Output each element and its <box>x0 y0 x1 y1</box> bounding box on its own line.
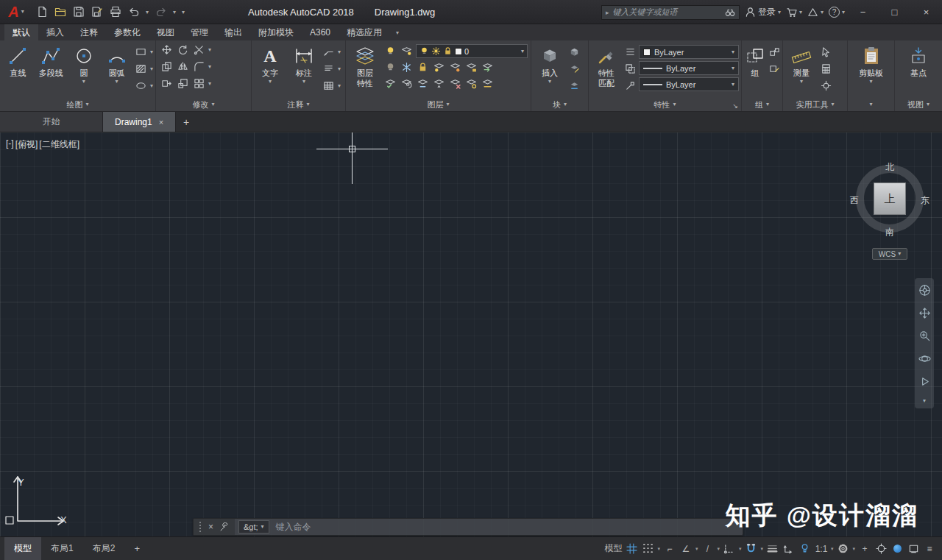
ribbon-tab-output[interactable]: 输出 <box>216 24 250 40</box>
layer-state-button[interactable] <box>383 44 397 58</box>
property-paint-button[interactable] <box>623 79 637 93</box>
transparency-button[interactable] <box>623 62 637 76</box>
move-button[interactable] <box>160 43 174 57</box>
layer-thaw-all-button[interactable] <box>448 60 462 74</box>
flyout-caret-icon[interactable]: ▾ <box>150 66 153 72</box>
grid-toggle[interactable] <box>623 539 640 559</box>
clipboard-panel-footer[interactable]: ▾ <box>848 98 894 111</box>
flyout-caret-icon[interactable]: ▾ <box>150 49 153 55</box>
undo-caret-icon[interactable]: ▾ <box>143 9 152 15</box>
hardware-acceleration-indicator[interactable] <box>889 539 905 559</box>
flyout-caret-icon[interactable]: ▾ <box>150 83 153 89</box>
osnap-tracking-toggle[interactable] <box>721 539 737 559</box>
search-icon[interactable] <box>725 7 735 18</box>
leader-button[interactable] <box>322 45 336 59</box>
arc-button[interactable]: 圆弧 ▾ <box>101 43 132 85</box>
flyout-caret-icon[interactable]: ▾ <box>338 66 341 72</box>
stretch-button[interactable] <box>160 77 174 91</box>
create-block-button[interactable] <box>567 45 581 59</box>
measure-button[interactable]: 测量 ▾ <box>785 43 818 85</box>
paste-button[interactable]: 剪贴板 ▾ <box>851 43 892 85</box>
signin-button[interactable]: 登录 ▾ <box>745 6 781 18</box>
command-customize-button[interactable] <box>219 522 229 532</box>
redo-caret-icon[interactable]: ▾ <box>170 9 179 15</box>
workspace-switching-button[interactable] <box>835 539 851 559</box>
save-as-button[interactable] <box>88 2 106 21</box>
layer-walk-button[interactable] <box>416 77 430 91</box>
clean-screen-button[interactable] <box>905 539 921 559</box>
groups-panel-footer[interactable]: 组 ▾ <box>742 98 782 111</box>
table-button[interactable] <box>322 79 336 93</box>
new-tab-button[interactable]: + <box>176 112 196 132</box>
layer-merge-button[interactable] <box>432 77 446 91</box>
help-search-box[interactable]: ▸ 键入关键字或短语 <box>601 5 740 20</box>
layer-lock-fade-button[interactable] <box>481 77 495 91</box>
properties-dialog-launcher[interactable]: ↘ <box>732 102 738 110</box>
qat-customize-caret-icon[interactable]: ▾ <box>179 9 188 15</box>
flyout-caret-icon[interactable]: ▾ <box>208 64 211 70</box>
circle-button[interactable]: 圆 ▾ <box>68 43 100 85</box>
trim-button[interactable] <box>192 43 206 57</box>
ribbon-tab-view[interactable]: 视图 <box>149 24 183 40</box>
layer-isolate-button[interactable] <box>400 44 414 58</box>
annotation-add-scales-button[interactable]: + <box>857 539 873 559</box>
help-button[interactable]: ? ▾ <box>829 7 845 18</box>
plot-button[interactable] <box>106 2 124 21</box>
object-color-select[interactable]: ByLayer ▾ <box>639 45 739 59</box>
text-button[interactable]: A 文字 ▾ <box>254 43 286 85</box>
annotation-scale-button[interactable]: 1:1 <box>813 539 829 559</box>
dimension-button[interactable]: 标注 ▾ <box>288 43 320 85</box>
make-current-button[interactable] <box>383 77 397 91</box>
properties-list-button[interactable] <box>623 45 637 59</box>
edit-block-button[interactable] <box>567 62 581 76</box>
rectangle-button[interactable] <box>134 45 148 59</box>
flyout-caret-icon[interactable]: ▾ <box>338 49 341 55</box>
block-panel-footer[interactable]: 块 ▾ <box>531 98 588 111</box>
layout1-tab[interactable]: 布局1 <box>41 537 83 560</box>
lineweight-toggle[interactable] <box>765 539 781 559</box>
polyline-button[interactable]: 多段线 <box>35 43 67 78</box>
ribbon-tab-featured-apps[interactable]: 精选应用 <box>339 24 390 40</box>
redo-button[interactable] <box>152 2 170 21</box>
viewcube-top-face[interactable]: 上 <box>874 182 906 215</box>
drawing1-close-button[interactable]: × <box>159 118 163 127</box>
match-properties-button[interactable]: 特性 匹配 <box>591 43 622 88</box>
linetype-select[interactable]: ByLayer ▾ <box>639 77 739 91</box>
id-point-button[interactable] <box>819 79 833 93</box>
group-button[interactable]: 组 <box>744 43 766 78</box>
customization-button[interactable]: ≡ <box>921 539 938 559</box>
polar-caret-icon[interactable]: ▾ <box>694 546 700 552</box>
visual-style-button[interactable]: [二维线框] <box>39 138 79 151</box>
ribbon-tab-parametric[interactable]: 参数化 <box>106 24 149 40</box>
showmotion-button[interactable] <box>917 374 932 389</box>
drawing1-tab[interactable]: Drawing1 × <box>103 112 176 132</box>
save-button[interactable] <box>69 2 88 21</box>
command-input[interactable]: 键入命令 <box>269 519 743 535</box>
draw-panel-footer[interactable]: 绘图 ▾ <box>0 98 155 111</box>
ortho-toggle[interactable]: ⌐ <box>662 539 678 559</box>
new-drawing-button[interactable] <box>32 2 51 21</box>
layer-previous-button[interactable] <box>400 77 414 91</box>
workspace-caret-icon[interactable]: ▾ <box>851 546 857 552</box>
ribbon-tab-a360[interactable]: A360 <box>302 24 339 40</box>
rotate-button[interactable] <box>176 43 190 57</box>
layer-select[interactable]: 0 ▾ <box>416 44 528 58</box>
hatch-button[interactable] <box>134 62 148 76</box>
orbit-button[interactable] <box>917 351 932 366</box>
recent-commands-button[interactable]: &gt; ▾ <box>238 520 269 534</box>
application-menu-button[interactable]: A ▾ <box>0 0 32 24</box>
quick-select-button[interactable] <box>819 45 833 59</box>
ribbon-tab-insert[interactable]: 插入 <box>38 24 72 40</box>
viewcube-south-label[interactable]: 南 <box>850 226 929 238</box>
snap-toggle[interactable] <box>640 539 656 559</box>
pan-button[interactable] <box>917 305 932 320</box>
flyout-caret-icon[interactable]: ▾ <box>338 83 341 89</box>
layers-panel-footer[interactable]: 图层 ▾ <box>346 98 531 111</box>
undo-button[interactable] <box>124 2 143 21</box>
annotation-scale-caret-icon[interactable]: ▾ <box>829 546 835 552</box>
layer-delete-button[interactable] <box>448 77 462 91</box>
utilities-panel-footer[interactable]: 实用工具 ▾ <box>783 98 847 111</box>
fillet-button[interactable] <box>192 60 206 74</box>
navbar-more-button[interactable]: ▾ <box>917 397 932 404</box>
model-tab[interactable]: 模型 <box>4 537 41 560</box>
